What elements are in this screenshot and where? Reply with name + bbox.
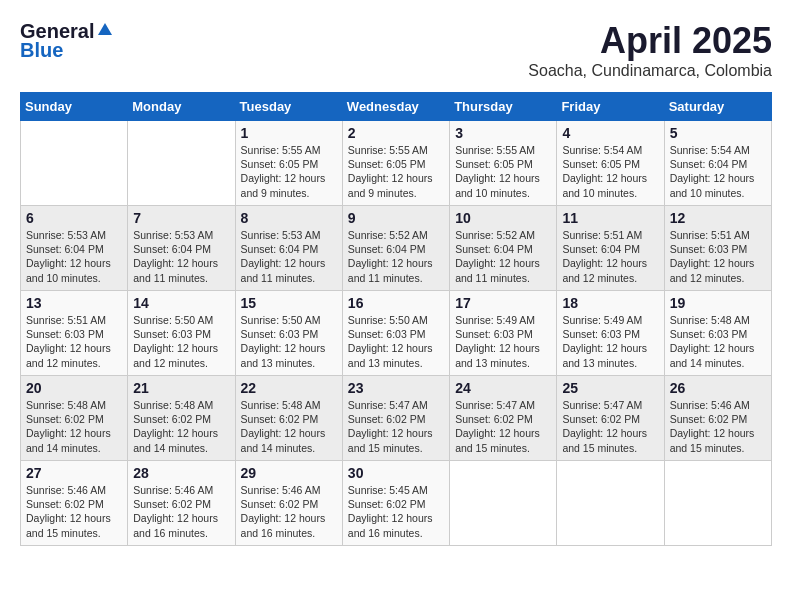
header-row: SundayMondayTuesdayWednesdayThursdayFrid… (21, 93, 772, 121)
calendar-cell (128, 121, 235, 206)
week-row-1: 1Sunrise: 5:55 AM Sunset: 6:05 PM Daylig… (21, 121, 772, 206)
day-number: 18 (562, 295, 658, 311)
day-detail: Sunrise: 5:49 AM Sunset: 6:03 PM Dayligh… (455, 313, 551, 370)
day-number: 16 (348, 295, 444, 311)
day-number: 28 (133, 465, 229, 481)
day-detail: Sunrise: 5:53 AM Sunset: 6:04 PM Dayligh… (241, 228, 337, 285)
day-number: 2 (348, 125, 444, 141)
day-number: 10 (455, 210, 551, 226)
calendar-cell: 11Sunrise: 5:51 AM Sunset: 6:04 PM Dayli… (557, 206, 664, 291)
svg-marker-0 (98, 23, 112, 35)
calendar-cell: 6Sunrise: 5:53 AM Sunset: 6:04 PM Daylig… (21, 206, 128, 291)
calendar-cell: 5Sunrise: 5:54 AM Sunset: 6:04 PM Daylig… (664, 121, 771, 206)
day-detail: Sunrise: 5:55 AM Sunset: 6:05 PM Dayligh… (241, 143, 337, 200)
day-detail: Sunrise: 5:51 AM Sunset: 6:03 PM Dayligh… (26, 313, 122, 370)
week-row-4: 20Sunrise: 5:48 AM Sunset: 6:02 PM Dayli… (21, 376, 772, 461)
day-detail: Sunrise: 5:53 AM Sunset: 6:04 PM Dayligh… (133, 228, 229, 285)
header: General Blue April 2025 Soacha, Cundinam… (20, 20, 772, 80)
calendar-cell: 12Sunrise: 5:51 AM Sunset: 6:03 PM Dayli… (664, 206, 771, 291)
calendar-cell: 9Sunrise: 5:52 AM Sunset: 6:04 PM Daylig… (342, 206, 449, 291)
week-row-2: 6Sunrise: 5:53 AM Sunset: 6:04 PM Daylig… (21, 206, 772, 291)
day-detail: Sunrise: 5:55 AM Sunset: 6:05 PM Dayligh… (348, 143, 444, 200)
day-number: 26 (670, 380, 766, 396)
calendar-cell: 28Sunrise: 5:46 AM Sunset: 6:02 PM Dayli… (128, 461, 235, 546)
col-header-saturday: Saturday (664, 93, 771, 121)
day-detail: Sunrise: 5:46 AM Sunset: 6:02 PM Dayligh… (26, 483, 122, 540)
week-row-5: 27Sunrise: 5:46 AM Sunset: 6:02 PM Dayli… (21, 461, 772, 546)
day-detail: Sunrise: 5:46 AM Sunset: 6:02 PM Dayligh… (670, 398, 766, 455)
day-detail: Sunrise: 5:47 AM Sunset: 6:02 PM Dayligh… (455, 398, 551, 455)
calendar-cell: 3Sunrise: 5:55 AM Sunset: 6:05 PM Daylig… (450, 121, 557, 206)
day-detail: Sunrise: 5:46 AM Sunset: 6:02 PM Dayligh… (133, 483, 229, 540)
calendar-cell: 20Sunrise: 5:48 AM Sunset: 6:02 PM Dayli… (21, 376, 128, 461)
calendar-cell: 13Sunrise: 5:51 AM Sunset: 6:03 PM Dayli… (21, 291, 128, 376)
day-detail: Sunrise: 5:48 AM Sunset: 6:03 PM Dayligh… (670, 313, 766, 370)
day-detail: Sunrise: 5:54 AM Sunset: 6:05 PM Dayligh… (562, 143, 658, 200)
calendar-cell: 24Sunrise: 5:47 AM Sunset: 6:02 PM Dayli… (450, 376, 557, 461)
day-number: 19 (670, 295, 766, 311)
calendar-cell (450, 461, 557, 546)
day-number: 11 (562, 210, 658, 226)
col-header-wednesday: Wednesday (342, 93, 449, 121)
day-number: 23 (348, 380, 444, 396)
logo-blue-text: Blue (20, 39, 63, 62)
day-detail: Sunrise: 5:47 AM Sunset: 6:02 PM Dayligh… (348, 398, 444, 455)
calendar-subtitle: Soacha, Cundinamarca, Colombia (528, 62, 772, 80)
calendar-table: SundayMondayTuesdayWednesdayThursdayFrid… (20, 92, 772, 546)
day-detail: Sunrise: 5:47 AM Sunset: 6:02 PM Dayligh… (562, 398, 658, 455)
day-number: 17 (455, 295, 551, 311)
calendar-cell: 19Sunrise: 5:48 AM Sunset: 6:03 PM Dayli… (664, 291, 771, 376)
title-section: April 2025 Soacha, Cundinamarca, Colombi… (528, 20, 772, 80)
day-number: 5 (670, 125, 766, 141)
calendar-cell: 2Sunrise: 5:55 AM Sunset: 6:05 PM Daylig… (342, 121, 449, 206)
day-number: 27 (26, 465, 122, 481)
col-header-friday: Friday (557, 93, 664, 121)
day-detail: Sunrise: 5:51 AM Sunset: 6:04 PM Dayligh… (562, 228, 658, 285)
calendar-cell: 26Sunrise: 5:46 AM Sunset: 6:02 PM Dayli… (664, 376, 771, 461)
calendar-title: April 2025 (528, 20, 772, 62)
day-number: 24 (455, 380, 551, 396)
day-detail: Sunrise: 5:55 AM Sunset: 6:05 PM Dayligh… (455, 143, 551, 200)
day-detail: Sunrise: 5:54 AM Sunset: 6:04 PM Dayligh… (670, 143, 766, 200)
calendar-cell (664, 461, 771, 546)
day-number: 9 (348, 210, 444, 226)
calendar-cell: 1Sunrise: 5:55 AM Sunset: 6:05 PM Daylig… (235, 121, 342, 206)
calendar-cell: 21Sunrise: 5:48 AM Sunset: 6:02 PM Dayli… (128, 376, 235, 461)
day-detail: Sunrise: 5:48 AM Sunset: 6:02 PM Dayligh… (26, 398, 122, 455)
calendar-cell: 10Sunrise: 5:52 AM Sunset: 6:04 PM Dayli… (450, 206, 557, 291)
day-number: 15 (241, 295, 337, 311)
day-detail: Sunrise: 5:48 AM Sunset: 6:02 PM Dayligh… (133, 398, 229, 455)
day-number: 13 (26, 295, 122, 311)
calendar-cell: 16Sunrise: 5:50 AM Sunset: 6:03 PM Dayli… (342, 291, 449, 376)
day-number: 25 (562, 380, 658, 396)
col-header-tuesday: Tuesday (235, 93, 342, 121)
col-header-thursday: Thursday (450, 93, 557, 121)
calendar-cell: 27Sunrise: 5:46 AM Sunset: 6:02 PM Dayli… (21, 461, 128, 546)
calendar-cell: 15Sunrise: 5:50 AM Sunset: 6:03 PM Dayli… (235, 291, 342, 376)
day-number: 20 (26, 380, 122, 396)
day-detail: Sunrise: 5:50 AM Sunset: 6:03 PM Dayligh… (133, 313, 229, 370)
day-detail: Sunrise: 5:46 AM Sunset: 6:02 PM Dayligh… (241, 483, 337, 540)
calendar-cell: 29Sunrise: 5:46 AM Sunset: 6:02 PM Dayli… (235, 461, 342, 546)
day-number: 6 (26, 210, 122, 226)
day-detail: Sunrise: 5:50 AM Sunset: 6:03 PM Dayligh… (241, 313, 337, 370)
calendar-cell: 22Sunrise: 5:48 AM Sunset: 6:02 PM Dayli… (235, 376, 342, 461)
col-header-sunday: Sunday (21, 93, 128, 121)
col-header-monday: Monday (128, 93, 235, 121)
calendar-cell (557, 461, 664, 546)
day-detail: Sunrise: 5:48 AM Sunset: 6:02 PM Dayligh… (241, 398, 337, 455)
calendar-cell: 23Sunrise: 5:47 AM Sunset: 6:02 PM Dayli… (342, 376, 449, 461)
day-number: 8 (241, 210, 337, 226)
day-detail: Sunrise: 5:45 AM Sunset: 6:02 PM Dayligh… (348, 483, 444, 540)
day-detail: Sunrise: 5:50 AM Sunset: 6:03 PM Dayligh… (348, 313, 444, 370)
day-detail: Sunrise: 5:52 AM Sunset: 6:04 PM Dayligh… (348, 228, 444, 285)
day-detail: Sunrise: 5:53 AM Sunset: 6:04 PM Dayligh… (26, 228, 122, 285)
day-detail: Sunrise: 5:51 AM Sunset: 6:03 PM Dayligh… (670, 228, 766, 285)
calendar-cell: 25Sunrise: 5:47 AM Sunset: 6:02 PM Dayli… (557, 376, 664, 461)
calendar-cell: 17Sunrise: 5:49 AM Sunset: 6:03 PM Dayli… (450, 291, 557, 376)
logo: General Blue (20, 20, 114, 62)
day-detail: Sunrise: 5:52 AM Sunset: 6:04 PM Dayligh… (455, 228, 551, 285)
week-row-3: 13Sunrise: 5:51 AM Sunset: 6:03 PM Dayli… (21, 291, 772, 376)
day-number: 22 (241, 380, 337, 396)
calendar-cell: 8Sunrise: 5:53 AM Sunset: 6:04 PM Daylig… (235, 206, 342, 291)
